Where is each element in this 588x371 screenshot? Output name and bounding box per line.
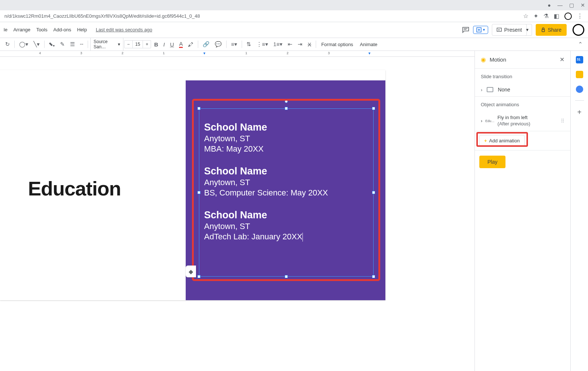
rotate-handle[interactable] bbox=[285, 100, 288, 103]
collapse-toolbar-icon[interactable]: ⌃ bbox=[576, 39, 585, 49]
ruler-marker-left[interactable]: ▾ bbox=[203, 51, 206, 56]
fill-icon[interactable] bbox=[47, 40, 57, 49]
menu-file[interactable]: le bbox=[4, 27, 7, 32]
svg-point-7 bbox=[53, 45, 55, 46]
ruler-marker-right[interactable]: ▾ bbox=[368, 51, 371, 56]
chevron-right-icon: › bbox=[481, 118, 482, 124]
resize-handle[interactable] bbox=[197, 275, 200, 278]
panel-icon[interactable]: ◧ bbox=[554, 13, 559, 20]
selection-box[interactable] bbox=[199, 108, 374, 277]
animation-row[interactable]: › Edu… Fly in from left (After previous)… bbox=[475, 111, 570, 131]
font-size-control[interactable]: − 15 + bbox=[124, 40, 151, 48]
shape-icon[interactable]: ◯▾ bbox=[17, 39, 31, 49]
share-label: Share bbox=[548, 27, 561, 33]
indent-increase-icon[interactable]: ⇥ bbox=[295, 39, 305, 49]
kebab-menu-icon[interactable]: ⋮ bbox=[577, 13, 583, 20]
svg-rect-6 bbox=[542, 30, 545, 32]
minimize-icon[interactable]: — bbox=[557, 2, 563, 8]
size-decrease[interactable]: − bbox=[125, 41, 132, 48]
format-options-button[interactable]: Format options bbox=[318, 42, 356, 47]
object-animations-label: Object animations bbox=[475, 97, 570, 111]
share-button[interactable]: Share bbox=[536, 24, 567, 36]
drag-handle-icon[interactable]: ⠿ bbox=[561, 118, 565, 124]
add-animation-button[interactable]: + Add animation bbox=[479, 135, 525, 146]
border-weight-icon[interactable]: ☰ bbox=[68, 39, 77, 49]
border-color-icon[interactable]: ✎ bbox=[58, 39, 67, 49]
bullet-list-icon[interactable]: ⋮≡▾ bbox=[254, 39, 270, 49]
redo-icon[interactable]: ↻ bbox=[3, 39, 12, 49]
tab-close-icon[interactable]: ● bbox=[548, 2, 551, 8]
url-text[interactable]: n/d/1kswc12Rm01m4_CaozzLlIbU65nE0mgsXrf8… bbox=[3, 13, 523, 19]
window-titlebar: ● — ▢ ✕ bbox=[0, 0, 588, 10]
indent-decrease-icon[interactable]: ⇤ bbox=[286, 39, 295, 49]
maximize-icon[interactable]: ▢ bbox=[569, 2, 574, 8]
resize-handle[interactable] bbox=[197, 107, 200, 110]
underline-icon[interactable]: U bbox=[168, 40, 176, 49]
horizontal-ruler: 4 3 2 1 ▾ 1 2 3 ▾ bbox=[0, 51, 475, 57]
menu-addons[interactable]: Add-ons bbox=[53, 27, 71, 32]
canvas-area: 4 3 2 1 ▾ 1 2 3 ▾ Education School Name … bbox=[0, 51, 475, 371]
tasks-icon[interactable] bbox=[576, 86, 583, 93]
plus-icon: + bbox=[484, 138, 487, 143]
explore-tab-icon[interactable]: ◆ bbox=[186, 266, 196, 277]
bold-icon[interactable]: B bbox=[152, 40, 160, 49]
close-icon[interactable]: ✕ bbox=[581, 2, 585, 8]
border-dash-icon[interactable]: ╌ bbox=[78, 39, 85, 49]
toolbar: ↻ ◯▾ ╲▾ ✎ ☰ ╌ Source San…▾ − 15 + B I U … bbox=[0, 38, 588, 51]
menu-tools[interactable]: Tools bbox=[36, 27, 47, 32]
account-avatar[interactable] bbox=[573, 24, 584, 36]
slide-title[interactable]: Education bbox=[28, 177, 121, 200]
chevron-right-icon: › bbox=[481, 87, 482, 93]
extensions-icon[interactable]: ✦ bbox=[533, 13, 538, 20]
resize-handle[interactable] bbox=[372, 275, 375, 278]
labs-icon[interactable]: ⚗ bbox=[543, 13, 549, 20]
transition-row[interactable]: › None bbox=[475, 83, 570, 97]
link-icon[interactable]: 🔗 bbox=[200, 39, 212, 49]
menu-help[interactable]: Help bbox=[77, 27, 87, 32]
present-label: Present bbox=[504, 27, 522, 33]
new-slide-button[interactable]: ▾ bbox=[473, 26, 488, 34]
play-button[interactable]: Play bbox=[479, 156, 505, 168]
text-color-icon[interactable]: A bbox=[177, 39, 185, 49]
clear-format-icon[interactable]: X bbox=[305, 40, 314, 49]
slide-icon bbox=[487, 87, 493, 92]
resize-handle[interactable] bbox=[372, 107, 375, 110]
number-list-icon[interactable]: 1≡▾ bbox=[271, 39, 285, 49]
calendar-icon[interactable] bbox=[576, 56, 583, 63]
present-button[interactable]: Present bbox=[492, 24, 526, 36]
line-spacing-icon[interactable]: ⇅ bbox=[244, 39, 253, 49]
size-increase[interactable]: + bbox=[143, 41, 151, 48]
star-icon[interactable]: ☆ bbox=[523, 13, 528, 20]
present-dropdown[interactable]: ▾ bbox=[523, 24, 532, 36]
menu-bar: le Arrange Tools Add-ons Help Last edit … bbox=[0, 22, 588, 38]
resize-handle[interactable] bbox=[197, 191, 200, 194]
font-size-value[interactable]: 15 bbox=[132, 41, 143, 48]
motion-title: Motion bbox=[490, 56, 556, 63]
motion-panel: ◉ Motion ✕ Slide transition › None Objec… bbox=[475, 51, 570, 371]
menu-arrange[interactable]: Arrange bbox=[13, 27, 30, 32]
font-select[interactable]: Source San…▾ bbox=[90, 38, 123, 51]
slide-canvas[interactable]: Education School Name Anytown, ST MBA: M… bbox=[0, 70, 385, 300]
animate-button[interactable]: Animate bbox=[357, 42, 381, 47]
highlight-icon[interactable]: 🖍 bbox=[186, 40, 196, 49]
close-panel-icon[interactable]: ✕ bbox=[560, 56, 564, 63]
comments-icon[interactable] bbox=[462, 27, 469, 33]
add-addon-icon[interactable]: + bbox=[577, 108, 582, 117]
last-edit-link[interactable]: Last edit was seconds ago bbox=[96, 27, 152, 32]
resize-handle[interactable] bbox=[285, 107, 288, 110]
keep-icon[interactable] bbox=[576, 71, 583, 78]
resize-handle[interactable] bbox=[372, 191, 375, 194]
line-icon[interactable]: ╲▾ bbox=[31, 39, 42, 49]
comment-icon[interactable]: 💬 bbox=[213, 39, 224, 49]
resize-handle[interactable] bbox=[285, 275, 288, 278]
motion-icon: ◉ bbox=[481, 56, 486, 63]
profile-icon[interactable] bbox=[564, 13, 572, 20]
italic-icon[interactable]: I bbox=[161, 40, 167, 49]
slide-transition-label: Slide transition bbox=[475, 69, 570, 83]
address-bar: n/d/1kswc12Rm01m4_CaozzLlIbU65nE0mgsXrf8… bbox=[0, 10, 588, 22]
side-panel: + bbox=[570, 51, 588, 371]
align-icon[interactable]: ≡▾ bbox=[229, 39, 239, 49]
